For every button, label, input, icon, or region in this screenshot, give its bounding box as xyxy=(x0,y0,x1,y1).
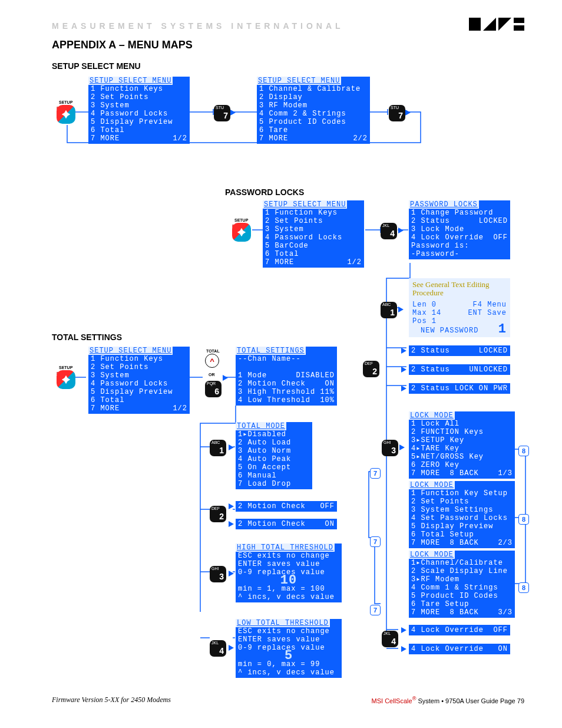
menu-page: 3/3 xyxy=(498,608,513,617)
key-3[interactable]: GHI3 xyxy=(210,566,226,582)
menu-line: 3 Auto Norm xyxy=(238,447,310,455)
menu-line: 1▸Channel/Calibrate xyxy=(411,559,513,567)
footer-pageref: MSI CellScale® System • 9750A User Guide… xyxy=(372,696,524,704)
key-8-boxed[interactable]: 8 xyxy=(518,514,529,525)
key-num: 1 xyxy=(390,308,395,317)
key-num: 7 xyxy=(223,111,228,120)
key-8-boxed[interactable]: 8 xyxy=(518,582,529,593)
key-7-boxed[interactable]: 7 xyxy=(370,605,381,615)
key-setup-esc[interactable] xyxy=(57,105,75,124)
menu-more: 7 MORE xyxy=(259,134,288,143)
menu-line: 2 FUNCTION Keys xyxy=(411,428,513,436)
screen-password-locks: PASSWORD LOCKS 1 Change Password 2 Statu… xyxy=(409,200,510,259)
menu-line: 6 Tare Setup xyxy=(411,600,513,608)
key-num: 4 xyxy=(219,646,224,655)
menu-more: 7 MORE xyxy=(91,404,120,413)
screen-ssm-total: SETUP SELECT MENU 1 Function Keys 2 Set … xyxy=(88,347,190,414)
key-setup-esc[interactable] xyxy=(232,223,251,242)
key-2[interactable]: DEF2 xyxy=(210,506,226,522)
menu-line: 4 Password Locks xyxy=(91,380,187,388)
menu-line: 6 Total xyxy=(265,250,362,258)
menu-more: 7 MORE 8 BACK xyxy=(411,608,479,617)
key-7-boxed[interactable]: 7 xyxy=(370,468,381,479)
key-setup-esc[interactable] xyxy=(57,370,75,389)
footer-firmware: Firmware Version 5-XX for 2450 Modems xyxy=(52,696,171,704)
menu-line: 5 Product ID Codes xyxy=(259,118,368,126)
menu-line: 5▸NET/GROSS Key xyxy=(411,453,513,461)
menu-line: 3 System xyxy=(91,371,187,380)
arrow-icon xyxy=(401,367,406,373)
key-7-boxed[interactable]: 7 xyxy=(370,536,381,547)
key-sup: JKL xyxy=(384,631,391,635)
menu-line: 3 High Threshold xyxy=(238,388,315,396)
menu-page: 2/2 xyxy=(353,134,368,143)
key-1[interactable]: ABC1 xyxy=(381,302,397,318)
menu-more: 7 MORE 8 BACK xyxy=(411,539,479,547)
key-sup: GHI xyxy=(384,440,391,444)
svg-rect-0 xyxy=(469,18,481,31)
field: Pos 1 xyxy=(412,317,437,325)
screen-low-threshold: LOW TOTAL THRESHOLD ESC exits no change … xyxy=(236,619,342,678)
arrow-icon xyxy=(229,571,234,577)
menu-line: 1 Channel & Calibrate xyxy=(259,85,368,93)
key-4[interactable]: JKL4 xyxy=(381,223,397,239)
key-num: 2 xyxy=(372,367,377,376)
menu-more: 7 MORE xyxy=(265,258,294,266)
screen-ssm-pw: SETUP SELECT MENU 1 Function Keys 2 Set … xyxy=(263,200,364,268)
key-7[interactable]: STU7 xyxy=(214,105,230,121)
total-icon[interactable]: ^ xyxy=(205,354,219,368)
screen-total-mode: TOTAL MODE 1▸Disabled 2 Auto Load 3 Auto… xyxy=(236,422,312,489)
menu-line: 2 Status xyxy=(411,217,450,225)
field: ENT Save xyxy=(468,309,507,317)
key-setup-label: SETUP xyxy=(234,218,248,222)
status-unlocked: 2 StatusUNLOCKED xyxy=(409,364,510,375)
menu-val: LOCKED xyxy=(479,217,508,225)
status-locked: 2 StatusLOCKED xyxy=(409,345,510,356)
field: F4 Menu xyxy=(473,301,507,309)
svg-marker-1 xyxy=(483,18,496,31)
key-sup: PQR xyxy=(207,381,216,386)
arrow-icon xyxy=(223,375,228,381)
key-7[interactable]: STU7 xyxy=(389,105,405,121)
screen-lockmode-3: LOCK MODE 1▸Channel/Calibrate 2 Scale Di… xyxy=(409,551,515,618)
screen-title: SETUP SELECT MENU xyxy=(257,77,341,85)
key-setup-label: SETUP xyxy=(59,100,72,104)
section-setup-select: SETUP SELECT MENU xyxy=(52,61,141,71)
menu-line: 7 Load Drop xyxy=(238,480,310,488)
key-num: 3 xyxy=(219,572,224,581)
menu-line: 4 Comm 2 & Strings xyxy=(259,110,368,118)
big-number: 10 xyxy=(280,577,297,585)
arrow-icon xyxy=(230,110,236,116)
key-4[interactable]: JKL4 xyxy=(210,640,226,657)
key-sup: DEF xyxy=(211,506,220,510)
key-num: 4 xyxy=(390,229,395,238)
menu-line: 3 System xyxy=(265,225,362,233)
menu-line: 2 Motion Check xyxy=(238,380,306,388)
menu-line: 5 On Accept xyxy=(238,463,310,472)
field: NEW PASSWORD xyxy=(421,327,478,335)
key-1[interactable]: ABC1 xyxy=(210,440,226,456)
key-4[interactable]: JKL4 xyxy=(382,631,398,647)
screen-title: TOTAL SETTINGS xyxy=(236,347,306,355)
key-8-boxed[interactable]: 8 xyxy=(518,446,529,456)
arrow-icon xyxy=(229,444,234,450)
menu-line: 4 Comm 1 & Strings xyxy=(411,584,513,592)
arrow-icon xyxy=(398,307,404,312)
big-number: 5 xyxy=(285,652,293,660)
key-3[interactable]: GHI3 xyxy=(382,440,398,456)
arrow-icon xyxy=(229,503,234,509)
menu-page: 1/2 xyxy=(347,258,362,266)
key-2[interactable]: DEF2 xyxy=(363,361,379,377)
editor-note: See General Text Editing Procedure xyxy=(412,281,507,297)
menu-line: -Password- xyxy=(411,250,508,258)
override-off: 4 Lock OverrideOFF xyxy=(409,625,510,635)
menu-line: 1 Function Keys xyxy=(91,85,187,93)
key-sup: GHI xyxy=(211,566,219,571)
arrow-icon xyxy=(401,646,406,652)
section-total-settings: TOTAL SETTINGS xyxy=(52,332,122,342)
key-6[interactable]: PQR6 xyxy=(205,381,222,397)
logo-msi xyxy=(469,18,524,33)
menu-line: 3 System Settings xyxy=(411,506,513,514)
menu-val: 11% xyxy=(320,388,335,396)
menu-line: 2 Scale Display Line xyxy=(411,567,513,575)
